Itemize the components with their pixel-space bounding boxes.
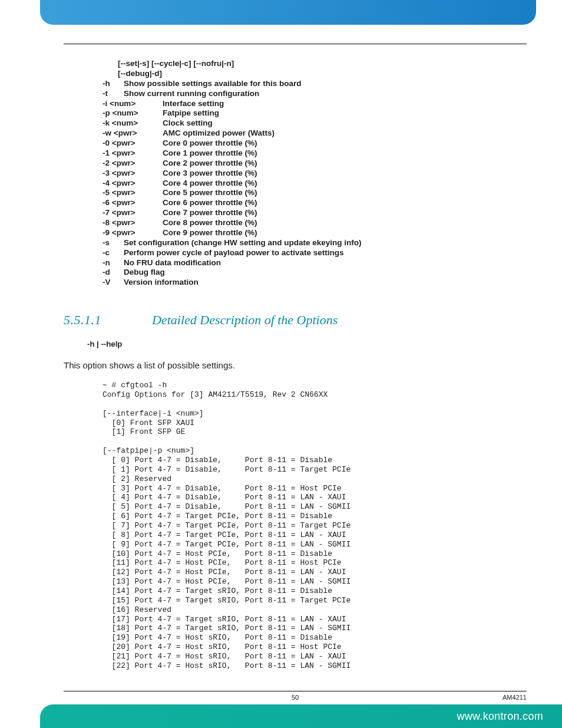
option-row: -4 <pwr>Core 4 power throttle (%) — [103, 179, 527, 189]
option-desc: Core 5 power throttle (%) — [163, 188, 257, 198]
option-desc: Interface setting — [163, 99, 224, 109]
code-block: ~ # cfgtool -h Config Options for [3] AM… — [64, 381, 527, 671]
page: [--set|-s] [--cycle|-c] [--nofru|-n] [--… — [0, 0, 562, 728]
option-row: -VVersion information — [103, 278, 527, 288]
option-flag: -5 <pwr> — [103, 188, 163, 198]
top-banner — [40, 0, 536, 25]
footer-product: AM4211 — [503, 694, 527, 701]
bottom-banner: www.kontron.com — [40, 704, 562, 728]
option-desc: Show possible settings available for thi… — [124, 79, 302, 89]
option-row: -8 <pwr>Core 8 power throttle (%) — [103, 218, 527, 228]
option-flag: -8 <pwr> — [103, 218, 163, 228]
option-flag: -6 <pwr> — [103, 198, 163, 208]
option-row: -0 <pwr>Core 0 power throttle (%) — [103, 139, 527, 149]
option-desc: Core 8 power throttle (%) — [163, 218, 257, 228]
option-group-line: [--set|-s] [--cycle|-c] [--nofru|-n] — [118, 59, 527, 69]
option-flag: -n — [103, 258, 124, 268]
option-flag: -3 <pwr> — [103, 169, 163, 179]
option-flag: -h — [103, 79, 124, 89]
option-desc: Perform power cycle of payload power to … — [124, 248, 344, 258]
option-row: -9 <pwr>Core 9 power throttle (%) — [103, 228, 527, 238]
options-block: [--set|-s] [--cycle|-c] [--nofru|-n] [--… — [64, 59, 527, 288]
option-row: -i <num>Interface setting — [103, 99, 527, 109]
section-number: 5.5.1.1 — [64, 312, 152, 328]
section-heading: 5.5.1.1 Detailed Description of the Opti… — [64, 312, 527, 328]
option-desc: Core 1 power throttle (%) — [163, 149, 257, 159]
option-flag: -s — [103, 238, 124, 248]
option-desc: Core 2 power throttle (%) — [163, 159, 257, 169]
option-row: -5 <pwr>Core 5 power throttle (%) — [103, 188, 527, 198]
option-desc: Debug flag — [124, 268, 165, 278]
page-number: 50 — [292, 694, 299, 701]
option-row: -nNo FRU data modification — [103, 258, 527, 268]
option-flag: -d — [103, 268, 124, 278]
option-desc: Core 0 power throttle (%) — [163, 139, 257, 149]
option-desc: Set configuration (change HW setting and… — [124, 238, 362, 248]
option-desc: Core 7 power throttle (%) — [163, 208, 257, 218]
option-flag: -7 <pwr> — [103, 208, 163, 218]
option-row: -6 <pwr>Core 6 power throttle (%) — [103, 198, 527, 208]
option-desc: Core 3 power throttle (%) — [163, 169, 257, 179]
option-flag: -i <num> — [103, 99, 163, 109]
footer-url: www.kontron.com — [457, 710, 543, 723]
option-flag: -p <num> — [103, 108, 163, 118]
option-row: -dDebug flag — [103, 268, 527, 278]
footer-rule — [64, 691, 527, 691]
option-desc: No FRU data modification — [124, 258, 221, 268]
option-flag: -9 <pwr> — [103, 228, 163, 238]
header-rule — [64, 44, 527, 44]
option-row: -cPerform power cycle of payload power t… — [103, 248, 527, 258]
option-desc: Core 9 power throttle (%) — [163, 228, 257, 238]
option-desc: Version information — [124, 278, 199, 288]
option-flag: -2 <pwr> — [103, 159, 163, 169]
option-flag: -0 <pwr> — [103, 139, 163, 149]
option-flag: -w <pwr> — [103, 129, 163, 139]
option-row: -k <num>Clock setting — [103, 118, 527, 129]
option-flag: -4 <pwr> — [103, 179, 163, 189]
help-description: This option shows a list of possible set… — [64, 360, 527, 370]
footer-text: 50 AM4211 — [64, 694, 527, 701]
option-row: -hShow possible settings available for t… — [103, 79, 527, 89]
section-title: Detailed Description of the Options — [152, 312, 338, 328]
option-group-line: [--debug|-d] — [118, 69, 527, 79]
option-row: -1 <pwr>Core 1 power throttle (%) — [103, 149, 527, 159]
option-desc: Core 4 power throttle (%) — [163, 179, 257, 189]
option-flag: -t — [103, 89, 124, 99]
option-row: -w <pwr>AMC optimized power (Watts) — [103, 129, 527, 139]
help-flag-label: -h | --help — [64, 340, 527, 348]
option-row: -7 <pwr>Core 7 power throttle (%) — [103, 208, 527, 218]
option-row: -3 <pwr>Core 3 power throttle (%) — [103, 169, 527, 179]
option-flag: -V — [103, 278, 124, 288]
option-row: -2 <pwr>Core 2 power throttle (%) — [103, 159, 527, 169]
option-row: -p <num>Fatpipe setting — [103, 108, 527, 118]
option-row: -sSet configuration (change HW setting a… — [103, 238, 527, 248]
option-desc: Core 6 power throttle (%) — [163, 198, 257, 208]
option-flag: -k <num> — [103, 118, 163, 129]
option-desc: AMC optimized power (Watts) — [163, 129, 275, 139]
option-flag: -c — [103, 248, 124, 258]
option-flag: -1 <pwr> — [103, 149, 163, 159]
option-desc: Clock setting — [163, 118, 213, 129]
option-desc: Fatpipe setting — [163, 108, 219, 118]
option-desc: Show current running configuration — [124, 89, 259, 99]
option-row: -tShow current running configuration — [103, 89, 527, 99]
content: [--set|-s] [--cycle|-c] [--nofru|-n] [--… — [64, 59, 527, 671]
